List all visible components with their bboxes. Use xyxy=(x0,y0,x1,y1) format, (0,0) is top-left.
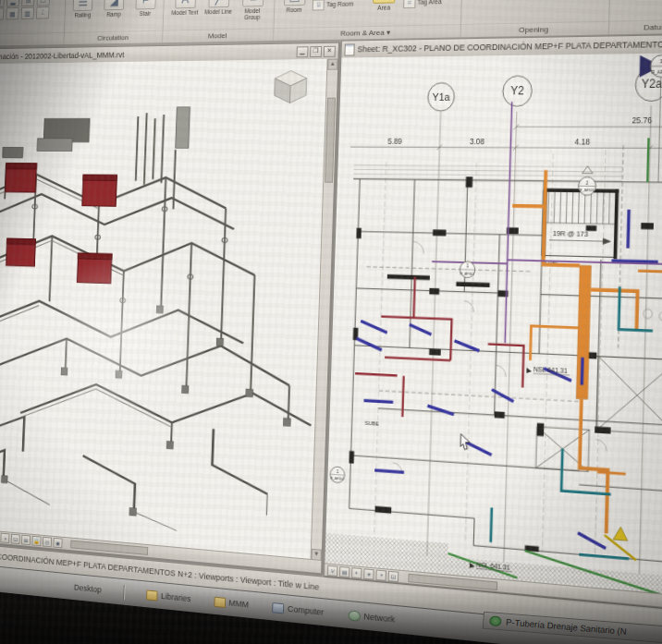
shadows-icon[interactable]: ◑ xyxy=(0,533,9,543)
callout-1-raf301: 1 R_AF301 xyxy=(460,261,475,278)
ramp-button[interactable]: ◢ Ramp xyxy=(99,0,129,18)
scroll-up-icon[interactable]: ▲ xyxy=(327,59,337,70)
model-line-button[interactable]: ╱ Model Line xyxy=(202,0,235,15)
pipe-valves xyxy=(29,204,228,307)
window-3d-view[interactable]: Coordinación - 2012002-Libertad-vAL_MMM.… xyxy=(0,43,339,575)
curtain-system-icon[interactable]: ▦ xyxy=(6,7,18,19)
sube-label-2: SUBE xyxy=(364,420,379,428)
taskbar-separator xyxy=(123,585,125,600)
floor-icon[interactable]: ▂ xyxy=(6,0,19,7)
stair[interactable]: 19R @ 173 SUBE xyxy=(542,190,619,268)
panel-label-opening: Opening xyxy=(461,21,608,38)
detail-level-icon[interactable]: ▤ xyxy=(339,565,349,577)
mullion-icon[interactable]: ▥ xyxy=(21,7,34,19)
model-line-icon: ╱ xyxy=(208,0,229,7)
total-dimension: 25.76 xyxy=(631,115,652,125)
grid-bubbles[interactable]: Y1a Y2 Y2a Y3 xyxy=(427,59,662,111)
dim-1: 5.89 xyxy=(387,137,402,146)
reference-lines xyxy=(374,144,662,568)
model-group-icon: ⧉ xyxy=(242,0,264,7)
mmm-folder-icon xyxy=(214,596,226,607)
walls xyxy=(342,79,662,575)
plan-canvas[interactable]: 25.76 5.89 3.08 4.18 4.22 xyxy=(325,51,662,609)
left-window-title: Coordinación - 2012002-Libertad-vAL_MMM.… xyxy=(0,50,124,61)
mdi-workarea: Coordinación - 2012002-Libertad-vAL_MMM.… xyxy=(0,31,662,622)
monitor-photo: ⌂ ▦ ↶ ↷ ⎙ ⌗ ◢ ◫ ▂ ▦ ⊞ xyxy=(0,0,662,644)
curtain-grid-icon[interactable]: ⊞ xyxy=(21,0,34,6)
restore-button[interactable]: ❐ xyxy=(310,45,322,56)
svg-text:R_AF301: R_AF301 xyxy=(580,188,595,193)
stair-button[interactable]: ⌐ Stair xyxy=(130,0,161,17)
ribbon-panel-model: A Model Text ╱ Model Line ⧉ Model Group … xyxy=(163,0,276,43)
tag-area-icon: ⌗ xyxy=(403,0,416,8)
taskbar-item-computer[interactable]: Computer xyxy=(272,602,324,618)
grid-lines xyxy=(427,96,662,588)
dim-2: 3.08 xyxy=(470,137,484,146)
grid-label-y2: Y2 xyxy=(510,84,524,97)
panel-label-datum: Datum xyxy=(609,19,662,35)
railing-icon: ☰ xyxy=(73,0,93,11)
computer-icon xyxy=(272,602,284,614)
piping-main xyxy=(0,174,319,527)
show-crop-icon[interactable]: ⊞ xyxy=(21,535,31,545)
roof-icon[interactable]: ◢ xyxy=(0,0,5,7)
svg-text:R_AF301: R_AF301 xyxy=(460,272,474,276)
reveal-icon[interactable]: ◉ xyxy=(53,538,62,549)
scale-icon[interactable]: ⅟ xyxy=(327,565,337,576)
close-button[interactable]: ✕ xyxy=(324,45,336,56)
tag-room-icon: ⌻ xyxy=(313,0,325,10)
grid-label-y1a: Y1a xyxy=(432,91,450,103)
doors-fixtures xyxy=(392,193,662,501)
piping-thin xyxy=(0,178,278,539)
wall-icon[interactable]: ▭ xyxy=(37,0,50,6)
ramp-icon: ◢ xyxy=(104,0,124,10)
stair-icon: ⌐ xyxy=(135,0,156,9)
ribbon-panel-opening: ◍ ▯ ◫ ↕ ◹ Opening xyxy=(461,0,611,37)
svg-text:R_AF302: R_AF302 xyxy=(652,69,662,75)
3d-canvas[interactable] xyxy=(0,59,328,560)
teal-pipes[interactable] xyxy=(491,149,662,572)
right-window-title: Sheet: R_XC302 - PLANO DE COORDINACIÓN M… xyxy=(357,37,662,55)
taskbar-item-libraries[interactable]: Libraries xyxy=(146,589,191,604)
ribbon-panel-datum: ⊶ ⌗ Datum xyxy=(609,0,662,34)
minimize-button[interactable]: ▁ xyxy=(297,46,309,57)
grid-label-y2a: Y2a xyxy=(642,78,662,91)
3d-mep-model xyxy=(0,59,328,560)
network-icon xyxy=(348,610,361,622)
coordination-plan: 25.76 5.89 3.08 4.18 4.22 xyxy=(325,51,662,609)
view-cube[interactable] xyxy=(274,70,306,103)
crop-icon[interactable]: ⊡ xyxy=(11,534,20,544)
column-icon[interactable]: ⌶ xyxy=(36,6,49,18)
desktop-toolbar-label[interactable]: Desktop xyxy=(74,583,102,595)
callout-markers[interactable]: 2 R_AF301 3 R_AF303 xyxy=(330,153,662,517)
shadows-icon[interactable]: ◑ xyxy=(375,569,386,580)
scroll-thumb[interactable] xyxy=(325,98,336,183)
isolate-icon[interactable]: ◎ xyxy=(43,537,52,547)
area-icon: ⊠ xyxy=(373,0,396,4)
revit-screen: ⌂ ▦ ↶ ↷ ⎙ ⌗ ◢ ◫ ▂ ▦ ⊞ xyxy=(0,0,662,644)
room-button[interactable]: ◰ Room xyxy=(278,0,311,13)
sun-icon[interactable]: ☀ xyxy=(363,568,374,579)
area-button[interactable]: ⊠ Area xyxy=(367,0,401,11)
room-icon: ◰ xyxy=(284,0,306,6)
dimension-strings[interactable]: 25.76 5.89 3.08 4.18 4.22 xyxy=(350,115,662,152)
lock-3d-icon[interactable]: 🔒 xyxy=(31,536,41,546)
mouse-cursor xyxy=(460,434,470,450)
panel-label-model: Model xyxy=(163,28,274,43)
sheet-icon xyxy=(344,43,354,55)
ribbon-panel-circulation: ☰ Railing ◢ Ramp ⌐ Stair Circulation xyxy=(64,0,165,44)
taskbar-item-network[interactable]: Network xyxy=(348,610,395,626)
visual-style-icon[interactable]: ◐ xyxy=(351,567,362,578)
window-sheet-plan[interactable]: Sheet: R_XC302 - PLANO DE COORDINACIÓN M… xyxy=(324,31,662,622)
ceiling-icon[interactable]: ◫ xyxy=(0,8,4,20)
tag-room-button[interactable]: ⌻ Tag Room xyxy=(313,0,365,11)
libraries-folder-icon xyxy=(146,589,157,601)
railing-button[interactable]: ☰ Railing xyxy=(68,0,98,18)
model-group-button[interactable]: ⧉ Model Group xyxy=(236,0,268,20)
tag-area-button[interactable]: ⌗ Tag Area xyxy=(403,0,458,8)
model-text-button[interactable]: A Model Text xyxy=(169,0,201,16)
taskbar-item-mmm[interactable]: MMM xyxy=(214,596,249,610)
orange-ducts[interactable] xyxy=(503,170,662,538)
crop-icon[interactable]: ⊡ xyxy=(388,570,399,581)
panel-label-circulation: Circulation xyxy=(64,30,162,44)
